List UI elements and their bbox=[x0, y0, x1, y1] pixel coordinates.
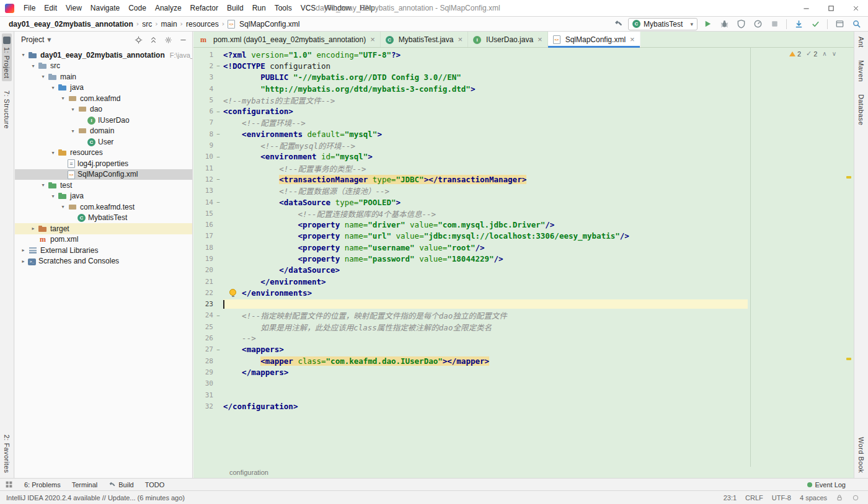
tool-window-switcher-icon[interactable] bbox=[5, 480, 13, 489]
close-tab-icon[interactable]: × bbox=[630, 35, 635, 43]
code-line-6[interactable]: 6−<configuration> bbox=[193, 105, 854, 117]
tree-item-iuserdao[interactable]: IIUserDao bbox=[15, 115, 192, 126]
close-tab-icon[interactable]: × bbox=[458, 35, 463, 43]
menu-file[interactable]: File bbox=[19, 0, 40, 17]
tool-window-button-maven[interactable]: Maven bbox=[856, 57, 866, 85]
code-line-31[interactable]: 31 bbox=[193, 389, 854, 400]
code-line-30[interactable]: 30 bbox=[193, 378, 854, 389]
coverage-icon[interactable] bbox=[734, 18, 748, 30]
chevron-down-icon[interactable]: ▾ bbox=[58, 95, 68, 101]
code-line-12[interactable]: 12− <transactionManager type="JDBC"></tr… bbox=[193, 174, 854, 185]
fold-marker-icon[interactable]: − bbox=[213, 63, 223, 69]
editor-tab-iuserdao-java[interactable]: IIUserDao.java× bbox=[468, 32, 548, 47]
settings-icon[interactable] bbox=[164, 36, 172, 44]
tree-item-resources[interactable]: ▾resources bbox=[15, 148, 192, 159]
code-area[interactable]: 2 ✓2 ∧ ∨ 1<?xml version="1.0" encoding="… bbox=[193, 48, 854, 467]
indent-setting[interactable]: 4 spaces bbox=[800, 494, 827, 502]
hammer-icon[interactable] bbox=[611, 18, 625, 30]
code-line-7[interactable]: 7 <!--配置环境--> bbox=[193, 117, 854, 128]
close-tab-icon[interactable]: × bbox=[370, 35, 375, 43]
chevron-right-icon[interactable]: ▸ bbox=[19, 259, 28, 264]
tree-item-com-keafmd[interactable]: ▾com.keafmd bbox=[15, 93, 192, 104]
search-icon[interactable] bbox=[849, 18, 863, 30]
fold-marker-icon[interactable]: − bbox=[213, 199, 223, 205]
code-line-2[interactable]: 2−<!DOCTYPE configuration bbox=[193, 60, 854, 71]
stop-icon[interactable] bbox=[768, 18, 781, 30]
window-layout-icon[interactable] bbox=[833, 18, 846, 30]
tree-item-target[interactable]: ▸target bbox=[15, 223, 192, 234]
chevron-down-icon[interactable]: ▾ bbox=[58, 204, 68, 210]
code-line-16[interactable]: 16 <property name="driver" value="com.my… bbox=[193, 219, 854, 230]
code-line-5[interactable]: 5<!--mybatis的主配置文件--> bbox=[193, 94, 854, 105]
menu-code[interactable]: Code bbox=[124, 0, 151, 17]
chevron-right-icon[interactable]: ▸ bbox=[19, 247, 28, 253]
code-line-20[interactable]: 20 </dataSource> bbox=[193, 265, 854, 276]
file-encoding[interactable]: UTF-8 bbox=[772, 494, 791, 502]
locate-icon[interactable] bbox=[135, 36, 143, 44]
menu-tools[interactable]: Tools bbox=[270, 0, 296, 17]
tree-item-java[interactable]: ▾java bbox=[15, 191, 192, 202]
editor-tab-sqlmapconfig-xml[interactable]: <>SqlMapConfig.xml× bbox=[548, 32, 640, 47]
tool-window-tab-6-problems[interactable]: 6: Problems bbox=[24, 481, 61, 489]
debug-icon[interactable] bbox=[717, 18, 731, 30]
breadcrumb-element[interactable]: configuration bbox=[229, 469, 268, 476]
code-line-3[interactable]: 3 PUBLIC "-//mybatis.org//DTD Config 3.0… bbox=[193, 72, 854, 83]
profiler-icon[interactable] bbox=[751, 18, 764, 30]
readonly-lock-icon[interactable] bbox=[836, 494, 843, 502]
maximize-button[interactable] bbox=[818, 0, 843, 16]
scrollbar-mark[interactable] bbox=[846, 358, 851, 360]
run-config-selector[interactable]: C MybatisTest ▾ bbox=[628, 18, 698, 30]
menu-run[interactable]: Run bbox=[248, 0, 270, 17]
menu-edit[interactable]: Edit bbox=[40, 0, 61, 17]
tool-window-button-word-book[interactable]: Word Book bbox=[856, 434, 866, 476]
code-line-28[interactable]: 28 <mapper class="com.keafmd.dao.IUserDa… bbox=[193, 355, 854, 366]
fold-marker-icon[interactable]: − bbox=[213, 108, 223, 115]
status-message[interactable]: IntelliJ IDEA 2020.2.4 available // Upda… bbox=[6, 494, 185, 502]
tree-item-main[interactable]: ▾main bbox=[15, 71, 192, 82]
menu-analyze[interactable]: Analyze bbox=[151, 0, 186, 17]
code-line-29[interactable]: 29 </mappers> bbox=[193, 366, 854, 378]
line-separator[interactable]: CRLF bbox=[745, 494, 763, 502]
chevron-down-icon[interactable]: ▾ bbox=[48, 193, 58, 199]
tree-item-user[interactable]: CUser bbox=[15, 136, 192, 148]
code-line-22[interactable]: 22 </environments> bbox=[193, 287, 854, 298]
tree-item-log4j-properties[interactable]: ≡log4j.properties bbox=[15, 158, 192, 169]
collapse-all-icon[interactable] bbox=[149, 36, 157, 44]
menu-refactor[interactable]: Refactor bbox=[186, 0, 223, 17]
tool-window-button-2-favorites[interactable]: 2: Favorites bbox=[2, 431, 12, 476]
tool-window-button-ant[interactable]: Ant bbox=[856, 33, 866, 51]
fold-marker-icon[interactable]: − bbox=[213, 131, 223, 137]
hide-icon[interactable] bbox=[179, 36, 187, 44]
breadcrumb-item-src[interactable]: src bbox=[141, 20, 153, 29]
code-line-23[interactable]: 23 bbox=[193, 299, 854, 310]
chevron-down-icon[interactable]: ▾ bbox=[19, 52, 28, 58]
tool-window-button-1-project[interactable]: 1: Project bbox=[2, 33, 12, 81]
chevron-right-icon[interactable]: ▸ bbox=[29, 226, 38, 231]
code-line-32[interactable]: 32</configuration> bbox=[193, 400, 854, 412]
fold-marker-icon[interactable]: − bbox=[213, 312, 223, 319]
fold-marker-icon[interactable]: − bbox=[213, 154, 223, 160]
code-line-9[interactable]: 9 <!--配置mysql的环境--> bbox=[193, 139, 854, 151]
scrollbar-mark[interactable] bbox=[846, 176, 851, 179]
chevron-down-icon[interactable]: ▾ bbox=[68, 107, 78, 112]
code-line-17[interactable]: 17 <property name="url" value="jdbc:mysq… bbox=[193, 231, 854, 242]
breadcrumb-item-day01-eeay-02mybatis-annotation[interactable]: day01_eeay_02mybatis_annotation bbox=[7, 20, 135, 29]
tree-item-external-libraries[interactable]: ▸External Libraries bbox=[15, 245, 192, 256]
run-icon[interactable] bbox=[701, 18, 714, 30]
chevron-down-icon[interactable]: ▾ bbox=[29, 63, 38, 69]
tool-window-tab-event-log[interactable]: Event Log bbox=[807, 481, 846, 489]
menu-navigate[interactable]: Navigate bbox=[86, 0, 124, 17]
code-line-4[interactable]: 4 "http://mybatis.org/dtd/mybatis-3-conf… bbox=[193, 83, 854, 94]
project-view-selector[interactable]: Project ▼ bbox=[21, 35, 51, 44]
code-line-26[interactable]: 26 --> bbox=[193, 332, 854, 343]
editor-tab-pom-xml-day01-eeay-02mybatis-annotation[interactable]: mpom.xml (day01_eeay_02mybatis_annotatio… bbox=[193, 32, 381, 47]
tool-window-tab-terminal[interactable]: Terminal bbox=[72, 481, 98, 489]
code-line-13[interactable]: 13 <!--配置数据源（连接池）--> bbox=[193, 185, 854, 197]
chevron-down-icon[interactable]: ▾ bbox=[68, 128, 78, 134]
minimize-button[interactable] bbox=[794, 0, 818, 16]
close-tab-icon[interactable]: × bbox=[538, 35, 542, 43]
code-line-8[interactable]: 8− <environments default="mysql"> bbox=[193, 128, 854, 139]
tree-item-src[interactable]: ▾src bbox=[15, 61, 192, 72]
fold-marker-icon[interactable]: − bbox=[213, 347, 223, 353]
tree-item-day01-eeay-02mybatis-annotation[interactable]: ▾day01_eeay_02mybatis_annotationF:\java_… bbox=[15, 50, 192, 61]
